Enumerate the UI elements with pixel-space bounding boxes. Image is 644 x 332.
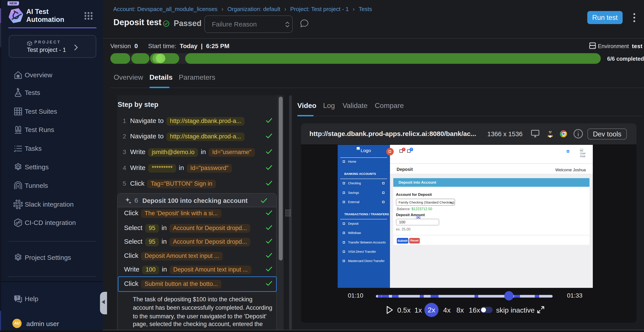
svg-text:?: ? [16,296,18,300]
